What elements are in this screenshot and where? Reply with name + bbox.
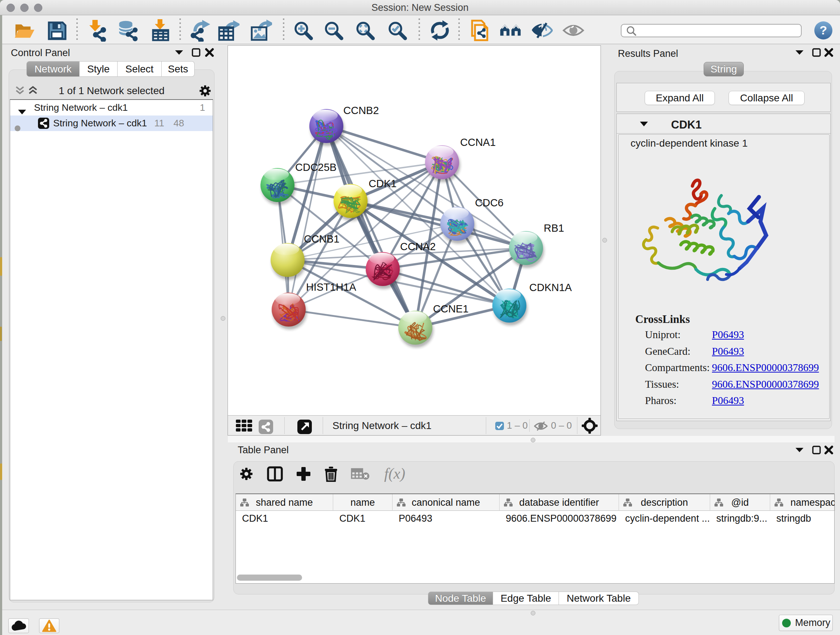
network-options-gear-icon[interactable] (198, 84, 212, 99)
import-table-icon (150, 19, 171, 42)
import-network-database-button[interactable] (117, 19, 139, 41)
show-column-panel-icon[interactable] (267, 466, 283, 483)
splitter-handle-left[interactable] (221, 316, 225, 321)
selected-checkbox-icon[interactable] (495, 422, 504, 432)
table-options-gear-icon[interactable] (239, 466, 254, 483)
search-input[interactable] (639, 25, 801, 36)
tab-string[interactable]: String (704, 62, 744, 76)
results-panel-close-button[interactable] (823, 46, 835, 59)
network-node-CCNE1[interactable]: CCNE1 (398, 303, 469, 348)
table-panel-close-button[interactable] (823, 444, 835, 456)
table-cell[interactable]: CDK1 (339, 511, 392, 526)
netbar-separator (529, 419, 530, 432)
help-button[interactable]: ? (813, 19, 834, 41)
network-node-HIST1H1A[interactable]: HIST1H1A (272, 281, 356, 329)
zoom-in-button[interactable] (292, 19, 314, 41)
splitter-handle-right[interactable] (602, 238, 607, 242)
open-session-button[interactable] (13, 19, 35, 41)
delete-column-icon[interactable] (324, 466, 338, 483)
crosslink-value[interactable]: 9606.ENSP00000378699 (712, 362, 819, 374)
results-panel-menu-button[interactable] (793, 46, 806, 59)
table-cell[interactable]: cyclin-dependent ... (625, 511, 709, 526)
table-cell[interactable]: stringdb:9... (716, 511, 769, 526)
splitter-handle-horizontal[interactable] (531, 438, 535, 442)
panel-float-icon (191, 48, 201, 57)
zoom-fit-button[interactable] (354, 19, 376, 41)
export-image-button[interactable] (250, 19, 272, 41)
control-tab-select[interactable]: Select (118, 61, 162, 77)
column-type-icon (774, 498, 783, 507)
column-header-canonical-name[interactable]: canonical name (393, 494, 500, 511)
collapse-all-button[interactable]: Collapse All (729, 91, 805, 105)
table-cell[interactable]: P06493 (399, 511, 499, 526)
table-cell[interactable]: 9606.ENSP00000378699 (506, 511, 618, 526)
expand-all-button[interactable]: Expand All (645, 91, 715, 105)
column-header--id[interactable]: @id (710, 494, 770, 511)
network-node-RB1[interactable]: RB1 (509, 222, 564, 268)
warnings-button[interactable] (39, 618, 59, 633)
column-header-name[interactable]: name (333, 494, 393, 511)
export-view-button[interactable] (297, 420, 312, 435)
column-header-database-identifier[interactable]: database identifier (500, 494, 619, 511)
node-label: CDC6 (475, 197, 504, 209)
network-node-CDKN1A[interactable]: CDKN1A (493, 282, 572, 325)
node-table: shared namename canonical name database … (235, 494, 835, 584)
zoom-selected-button[interactable] (386, 19, 408, 41)
table-panel-float-button[interactable] (810, 444, 823, 456)
memory-button[interactable]: Memory (779, 615, 833, 631)
table-panel-menu-button[interactable] (793, 444, 806, 456)
save-session-button[interactable] (46, 19, 68, 41)
netbar-separator (323, 417, 323, 434)
export-badge-icon (297, 420, 312, 434)
export-table-button[interactable] (218, 19, 240, 41)
control-panel-float-button[interactable] (190, 46, 202, 59)
network-canvas[interactable]: CCNB2 CCNA1 CDC25B CDK1 CDC6 (228, 46, 600, 415)
export-network-button[interactable] (188, 19, 210, 41)
import-network-button[interactable] (86, 19, 107, 41)
show-all-button[interactable] (562, 19, 584, 41)
cloud-status-button[interactable] (8, 618, 29, 633)
table-cell[interactable]: stringdb (776, 511, 834, 526)
crosslink-value[interactable]: 9606.ENSP00000378699 (712, 378, 819, 390)
control-panel-menu-button[interactable] (173, 46, 185, 59)
center-view-button[interactable] (582, 418, 598, 435)
crosslink-row: Pharos: P06493 (645, 394, 819, 407)
crosslink-value[interactable]: P06493 (712, 394, 744, 407)
show-all-icon (562, 22, 584, 39)
splitter-handle-bottom[interactable] (531, 611, 535, 616)
network-node-CCNA1[interactable]: CCNA1 (425, 136, 496, 182)
table-cell[interactable]: CDK1 (242, 511, 332, 526)
column-header-namespace[interactable]: namespace (770, 494, 835, 511)
table-tab-edge-table[interactable]: Edge Table (493, 592, 559, 605)
refresh-layout-button[interactable] (429, 19, 451, 41)
control-tab-style[interactable]: Style (80, 61, 118, 77)
network-collection-row[interactable]: String Network – cdk1 1 (10, 100, 213, 116)
network-share-button[interactable] (259, 420, 273, 435)
delete-table-icon[interactable] (351, 467, 370, 482)
table-delete-icon (351, 467, 370, 480)
add-column-icon[interactable] (296, 466, 311, 483)
network-node-CDC25B[interactable]: CDC25B (261, 162, 336, 205)
control-panel-close-button[interactable] (203, 46, 216, 59)
network-row[interactable]: String Network – cdk1 11 48 (10, 116, 213, 131)
entry-collapse-icon[interactable] (639, 120, 649, 129)
crosslink-value[interactable]: P06493 (712, 345, 744, 357)
network-label: String Network – cdk1 (53, 116, 147, 131)
import-table-button[interactable] (149, 19, 171, 41)
control-tab-sets[interactable]: Sets (162, 61, 195, 77)
horizontal-scrollbar[interactable] (237, 575, 302, 581)
column-header-description[interactable]: description (619, 494, 710, 511)
zoom-out-button[interactable] (323, 19, 344, 41)
network-overview-button[interactable] (500, 19, 521, 41)
results-panel-float-button[interactable] (810, 46, 823, 59)
hide-selected-button[interactable] (531, 19, 553, 41)
column-header-shared-name[interactable]: shared name (236, 494, 333, 511)
control-tab-network[interactable]: Network (27, 61, 80, 77)
crosslink-value[interactable]: P06493 (712, 329, 744, 340)
hidden-eye-slash-icon[interactable] (534, 421, 548, 433)
birds-eye-view-button[interactable] (236, 420, 253, 433)
function-builder-icon[interactable]: f(x) (383, 466, 411, 484)
copy-network-button[interactable] (469, 19, 491, 41)
table-tab-node-table[interactable]: Node Table (428, 592, 493, 605)
table-tab-network-table[interactable]: Network Table (559, 592, 639, 605)
